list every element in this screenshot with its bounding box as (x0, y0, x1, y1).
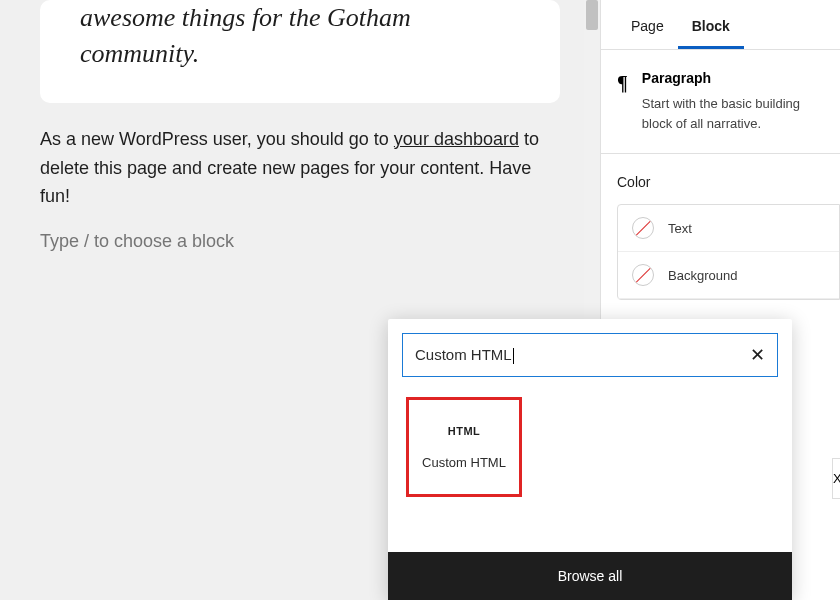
color-options: Text Background (617, 204, 840, 300)
block-description: Start with the basic building block of a… (642, 94, 824, 133)
browse-all-button[interactable]: Browse all (388, 552, 792, 600)
color-text-label: Text (668, 221, 692, 236)
html-icon: HTML (448, 425, 481, 437)
color-background-label: Background (668, 268, 737, 283)
quote-block[interactable]: awesome things for the Gotham community. (40, 0, 560, 103)
block-option-custom-html[interactable]: HTML Custom HTML (406, 397, 522, 497)
search-value: Custom HTML (415, 346, 750, 364)
size-option-stub[interactable]: Xl (832, 458, 840, 499)
clear-search-icon[interactable]: ✕ (750, 344, 765, 366)
block-title: Paragraph (642, 70, 824, 86)
color-panel-heading[interactable]: Color (601, 154, 840, 204)
dashboard-link[interactable]: your dashboard (394, 129, 519, 149)
paragraph-text: As a new WordPress user, you should go t… (40, 129, 394, 149)
color-background-row[interactable]: Background (618, 252, 839, 299)
quote-text: awesome things for the Gotham community. (80, 0, 520, 73)
tab-block[interactable]: Block (678, 0, 744, 49)
block-search-input[interactable]: Custom HTML ✕ (402, 333, 778, 377)
tab-page[interactable]: Page (617, 0, 678, 49)
paragraph-icon: ¶ (617, 70, 628, 95)
block-info-panel: ¶ Paragraph Start with the basic buildin… (601, 50, 840, 154)
empty-block-placeholder[interactable]: Type / to choose a block (40, 231, 560, 252)
scrollbar-thumb[interactable] (586, 0, 598, 30)
color-text-row[interactable]: Text (618, 205, 839, 252)
search-results: HTML Custom HTML (388, 387, 792, 552)
sidebar-tabs: Page Block (601, 0, 840, 50)
no-color-swatch-icon (632, 217, 654, 239)
no-color-swatch-icon (632, 264, 654, 286)
paragraph-block[interactable]: As a new WordPress user, you should go t… (40, 125, 560, 211)
block-option-label: Custom HTML (422, 455, 506, 470)
block-inserter-popover: Custom HTML ✕ HTML Custom HTML Browse al… (388, 319, 792, 600)
